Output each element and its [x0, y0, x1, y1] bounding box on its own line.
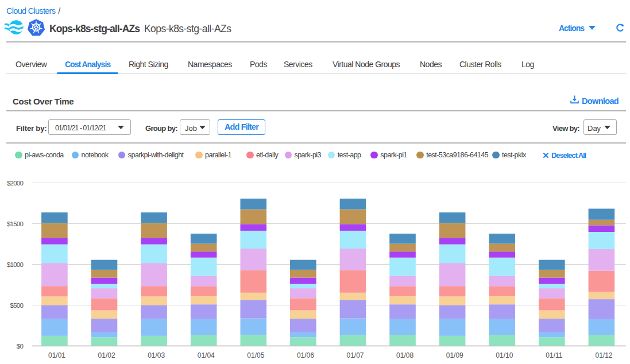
svg-text:01/02: 01/02 [98, 351, 115, 359]
svg-text:01/10: 01/10 [496, 351, 513, 359]
svg-text:01/04: 01/04 [198, 351, 215, 359]
svg-text:$1500: $1500 [7, 220, 23, 227]
svg-text:01/08: 01/08 [396, 351, 413, 359]
svg-text:01/07: 01/07 [347, 351, 364, 359]
svg-text:01/03: 01/03 [148, 351, 165, 359]
svg-text:$1000: $1000 [7, 261, 23, 268]
svg-text:$500: $500 [10, 302, 24, 309]
svg-text:01/01: 01/01 [48, 351, 65, 359]
svg-text:01/12: 01/12 [595, 351, 612, 359]
svg-text:$2000: $2000 [7, 180, 23, 187]
svg-text:01/11: 01/11 [546, 351, 562, 359]
svg-text:01/06: 01/06 [297, 351, 314, 359]
svg-text:$0: $0 [17, 343, 24, 350]
svg-text:01/09: 01/09 [446, 351, 463, 359]
svg-text:01/05: 01/05 [247, 351, 264, 359]
